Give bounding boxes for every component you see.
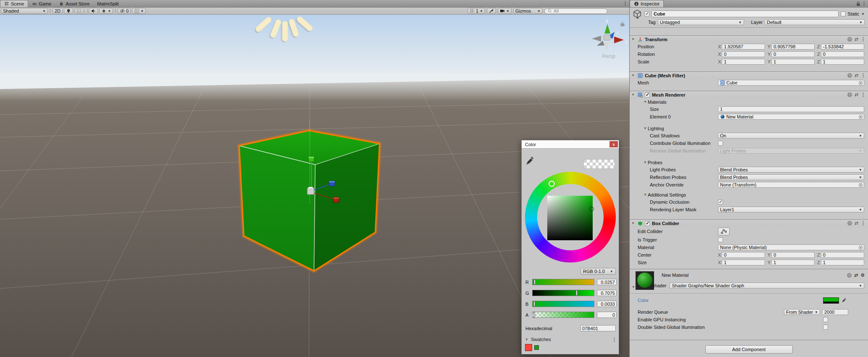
scale-x-field[interactable]: 1 xyxy=(722,59,765,65)
cube-gameobject-icon[interactable] xyxy=(632,9,642,19)
element0-object-field[interactable]: New Material xyxy=(718,114,864,120)
anchor-override-field[interactable]: None (Transform) xyxy=(718,182,864,188)
gizmo-neg-x-cone[interactable] xyxy=(592,36,601,42)
blue-slider-handle[interactable] xyxy=(533,301,535,307)
double-sided-gi-checkbox[interactable] xyxy=(823,325,828,330)
light-probes-dropdown[interactable]: Blend Probes▼ xyxy=(718,167,864,173)
red-slider-handle[interactable] xyxy=(534,279,536,285)
lighting-toggle[interactable] xyxy=(64,8,73,14)
alpha-slider-handle[interactable] xyxy=(533,312,535,318)
render-queue-field[interactable]: 2000 xyxy=(822,309,848,315)
mesh-renderer-enabled-checkbox[interactable] xyxy=(645,92,650,97)
physic-material-field[interactable]: None (Physic Material) xyxy=(718,244,864,250)
center-z-field[interactable]: 0 xyxy=(821,252,864,258)
tag-dropdown[interactable]: Untagged▼ xyxy=(658,19,744,25)
presets-icon[interactable]: ⇄ xyxy=(855,37,858,42)
rotation-z-field[interactable]: 0 xyxy=(821,51,864,57)
is-trigger-checkbox[interactable] xyxy=(718,237,723,242)
position-y-field[interactable]: 0.9057798 xyxy=(771,44,815,50)
gizmo-center-cube[interactable] xyxy=(604,35,610,40)
foldout-triangle-icon[interactable]: ▼ xyxy=(631,221,636,225)
scale-y-field[interactable]: 1 xyxy=(771,59,815,65)
size-y-field[interactable]: 1 xyxy=(771,260,815,265)
component-menu-icon[interactable]: ⋮ xyxy=(861,37,865,42)
dynamic-occlusion-checkbox[interactable] xyxy=(718,200,723,205)
blue-value-field[interactable]: 0.0033 xyxy=(597,301,617,307)
contribute-gi-checkbox[interactable] xyxy=(718,141,723,146)
grid-visibility-dropdown[interactable]: ▼ xyxy=(132,8,146,14)
center-x-field[interactable]: 0 xyxy=(722,252,765,258)
alpha-value-field[interactable]: 0 xyxy=(597,312,617,318)
red-value-field[interactable]: 0.0257 xyxy=(597,279,617,285)
add-component-button[interactable]: Add Component xyxy=(705,345,793,354)
gizmo-neg-z-cone[interactable] xyxy=(597,41,604,46)
swatch-red[interactable] xyxy=(525,344,532,351)
x-scale-handle[interactable] xyxy=(333,197,339,202)
mesh-object-field[interactable]: Cube xyxy=(718,80,864,86)
y-scale-handle[interactable] xyxy=(309,157,314,162)
foldout-triangle-icon[interactable]: ▼ xyxy=(631,93,636,97)
help-icon[interactable]: ? xyxy=(847,37,852,42)
lighting-foldout[interactable]: ▼ Lighting xyxy=(630,125,868,131)
scene-tab-menu-icon[interactable]: ⋮ xyxy=(623,1,628,6)
scale-z-field[interactable]: 1 xyxy=(821,59,864,65)
scene-visibility-toggle[interactable]: 0 xyxy=(118,8,131,14)
scene-search-field[interactable]: All xyxy=(544,8,607,14)
gizmos-dropdown[interactable]: Gizmos ▼ xyxy=(513,8,543,14)
object-picker-icon[interactable] xyxy=(859,115,863,119)
component-menu-icon[interactable]: ⋮ xyxy=(861,92,865,97)
lock-icon[interactable] xyxy=(621,22,624,26)
additional-settings-foldout[interactable]: ▼ Additional Settings xyxy=(630,192,868,198)
effects-dropdown[interactable]: ▼ xyxy=(99,8,113,14)
active-checkbox[interactable] xyxy=(644,11,649,16)
center-y-field[interactable]: 0 xyxy=(771,252,815,258)
materials-size-field[interactable]: 1 xyxy=(718,106,864,112)
chevron-down-icon[interactable]: ▼ xyxy=(861,12,865,16)
audio-toggle[interactable] xyxy=(89,8,98,14)
scene-orientation-gizmo[interactable]: y z x Persp xyxy=(592,18,628,59)
inspector-menu-icon[interactable]: ⋮ xyxy=(862,1,866,6)
foldout-triangle-icon[interactable]: ▼ xyxy=(632,285,636,289)
gizmo-neg-y-cone[interactable] xyxy=(604,42,609,51)
layer-dropdown[interactable]: Default▼ xyxy=(765,19,865,25)
position-z-field[interactable]: -1.533842 xyxy=(821,44,864,50)
component-tools-button[interactable] xyxy=(487,8,496,14)
gameobject-name-field[interactable]: Cube xyxy=(652,10,839,17)
green-slider[interactable] xyxy=(532,290,594,296)
shading-mode-dropdown[interactable]: Shaded▼ xyxy=(1,8,48,14)
tab-matrixsplit[interactable]: MatrixSplit xyxy=(93,0,122,7)
cast-shadows-dropdown[interactable]: On▼ xyxy=(718,133,864,139)
shader-dropdown[interactable]: Shader Graphs/New Shader Graph▼ xyxy=(670,283,864,289)
static-checkbox[interactable] xyxy=(841,11,846,16)
camera-overlay-counter[interactable]: 0 xyxy=(74,8,87,14)
rotation-y-field[interactable]: 0 xyxy=(771,51,815,57)
render-queue-mode-dropdown[interactable]: From Shader▼ xyxy=(784,309,820,315)
foldout-triangle-icon[interactable]: ▼ xyxy=(631,37,636,41)
box-collider-enabled-checkbox[interactable] xyxy=(645,221,650,226)
size-z-field[interactable]: 1 xyxy=(821,260,864,265)
tab-asset-store[interactable]: Asset Store xyxy=(55,0,93,7)
green-slider-handle[interactable] xyxy=(576,290,578,296)
presets-icon[interactable]: ⇄ xyxy=(855,92,858,97)
position-x-field[interactable]: 1.920587 xyxy=(722,44,765,50)
object-picker-icon[interactable] xyxy=(859,246,863,249)
materials-foldout[interactable]: ▼ Materials xyxy=(630,99,868,105)
gizmo-x-cone[interactable] xyxy=(614,37,624,43)
sv-selector[interactable] xyxy=(589,207,594,211)
swatches-menu-icon[interactable]: ⋮ xyxy=(612,337,617,342)
component-menu-icon[interactable]: ⋮ xyxy=(861,73,865,78)
edit-collider-button[interactable] xyxy=(718,228,730,236)
mesh-renderer-header[interactable]: ▼ Mesh Renderer ?⇄⋮ xyxy=(630,91,868,98)
camera-projection-label[interactable]: Persp xyxy=(602,53,615,59)
2d-toggle[interactable]: 2D xyxy=(53,8,63,14)
presets-icon[interactable]: ⇄ xyxy=(854,273,858,278)
swatches-header[interactable]: ▼ Swatches xyxy=(525,337,551,342)
current-color-preview[interactable] xyxy=(583,159,615,169)
object-picker-icon[interactable] xyxy=(859,81,863,85)
gpu-instancing-checkbox[interactable] xyxy=(823,317,828,322)
help-icon[interactable]: ? xyxy=(847,92,852,97)
rendering-layer-mask-dropdown[interactable]: Layer1▼ xyxy=(718,207,864,213)
transform-header[interactable]: ▼ Transform ?⇄⋮ xyxy=(630,35,868,43)
gizmo-y-cone[interactable] xyxy=(604,24,610,34)
color-mode-dropdown[interactable]: RGB 0-1.0 ▼ xyxy=(580,268,616,275)
